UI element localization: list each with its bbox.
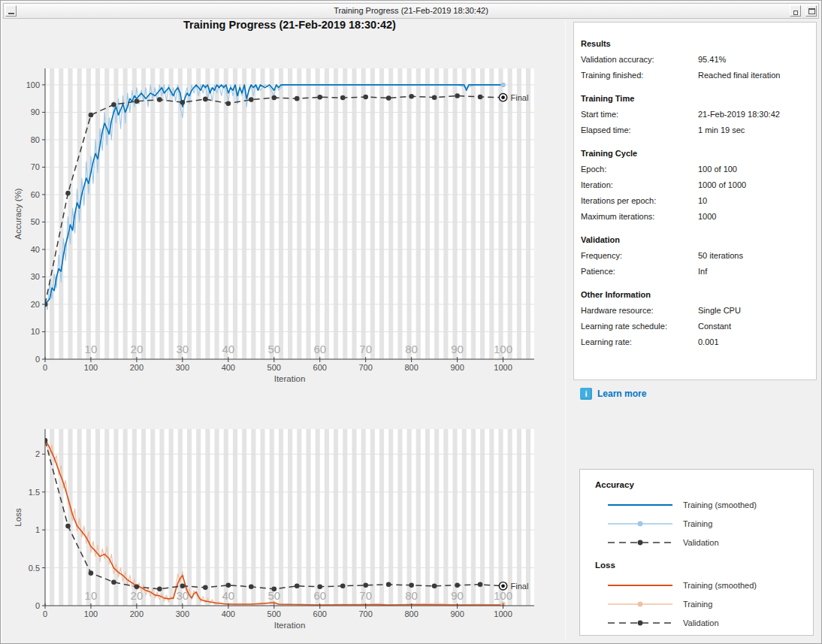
y-tick-label: 2 [35,449,40,458]
validation-marker [295,96,300,101]
learn-more-label: Learn more [597,389,646,399]
validation-marker [409,94,414,99]
legend-item: Validation [595,613,813,632]
epoch-stripe [113,429,118,606]
epoch-stripe [260,429,264,606]
validation-marker [65,524,71,529]
epoch-stripe [95,429,100,606]
epoch-stripe [233,429,237,606]
epoch-stripe [141,429,146,606]
validation-marker [111,579,116,585]
validation-marker [65,191,71,196]
info-label: Iterations per epoch: [581,193,698,209]
legend-gap [595,552,813,561]
epoch-stripe [270,429,274,606]
y-tick-label: 0.5 [29,564,40,573]
epoch-label: 40 [222,589,234,602]
y-axis-label: Accuracy (%) [14,188,23,240]
epoch-stripe [205,429,210,606]
validation-marker [271,95,277,101]
x-axis-label: Iteration [274,374,306,383]
epoch-stripe [416,429,421,606]
legend-label: Training (smoothed) [683,500,757,509]
validation-marker [432,95,437,100]
epoch-stripe [379,429,384,606]
training-info-panel: ResultsValidation accuracy:95.41%Trainin… [573,22,817,380]
x-tick-label: 600 [313,363,327,372]
x-tick-label: 1000 [494,609,512,618]
epoch-stripe [352,429,356,606]
x-tick-label: 0 [43,363,47,372]
epoch-label: 10 [85,589,98,602]
final-marker-dot [501,584,505,588]
info-value: Inf [698,264,810,280]
epoch-stripe [187,429,192,606]
final-label: Final [511,93,529,102]
x-tick-label: 300 [176,363,189,372]
validation-marker [295,583,300,588]
epoch-label: 10 [85,343,98,355]
info-value: Constant [698,319,810,334]
legend-item: Training [595,514,813,533]
x-tick-label: 900 [450,363,464,372]
info-value: 1000 [698,209,810,225]
epoch-stripe [471,429,476,606]
epoch-stripe [498,429,503,606]
epoch-stripe [434,429,439,606]
info-value: Reached final iteration [698,68,810,83]
validation-marker [249,97,254,102]
validation-marker [409,582,414,588]
epoch-stripe [517,429,521,606]
y-tick-label: 0 [35,601,40,610]
epoch-label: 60 [313,343,326,355]
validation-marker [478,582,483,587]
legend-item: Validation [595,533,813,552]
info-label: Epoch: [581,162,698,177]
validation-marker [340,95,346,101]
legend-panel: AccuracyTraining (smoothed)TrainingValid… [579,469,814,636]
epoch-stripe [489,429,494,606]
validation-marker [180,583,186,588]
legend-label: Training (smoothed) [683,581,757,590]
epoch-stripe [508,429,512,606]
epoch-stripe [169,429,174,606]
y-tick-label: 1 [35,525,40,534]
info-value: Single CPU [698,303,810,319]
y-tick-label: 1.5 [29,488,40,497]
section-header: Validation [581,232,810,248]
epoch-label: 70 [359,589,372,602]
validation-marker [134,99,140,104]
training-progress-window: Training Progress (21-Feb-2019 18:30:42)… [0,0,822,644]
validation-marker [455,582,460,588]
final-label: Final [511,582,529,591]
legend-item: Training (smoothed) [595,576,813,594]
x-tick-label: 700 [359,363,373,372]
validation-marker [180,100,186,105]
validation-marker [363,95,368,100]
section-header: Training Cycle [581,146,810,162]
info-label: Validation accuracy: [581,52,698,68]
epoch-stripe [251,429,255,606]
panel-separator [565,20,566,640]
x-tick-label: 700 [359,609,373,618]
epoch-label: 60 [313,589,326,602]
epoch-stripe [159,429,164,606]
x-tick-label: 100 [84,363,98,372]
epoch-label: 100 [494,343,512,355]
x-tick-label: 600 [313,609,327,618]
info-value: 1 min 19 sec [698,122,810,138]
learn-more-link[interactable]: i Learn more [580,387,646,401]
legend-label: Validation [683,618,719,627]
legend-item: Training (smoothed) [595,495,813,514]
info-row: Maximum iterations:1000 [581,209,810,225]
epoch-stripe [316,429,320,606]
y-tick-label: 60 [31,190,40,199]
validation-marker [317,95,322,100]
epoch-stripe [59,429,63,606]
info-value: 0.001 [698,334,810,350]
info-label: Patience: [581,264,698,280]
epoch-stripe [77,429,82,606]
legend-sample-solid-dot [606,599,674,609]
x-tick-label: 0 [43,609,47,618]
y-tick-label: 20 [31,300,40,309]
